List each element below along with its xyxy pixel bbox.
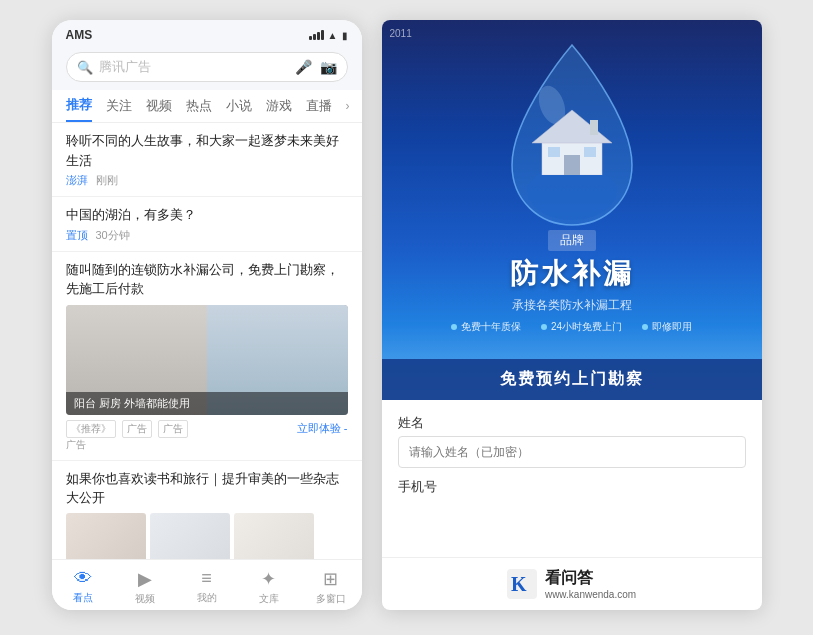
feed-thumbnail bbox=[150, 513, 230, 560]
nav-label: 视频 bbox=[135, 592, 155, 606]
tab-recommended[interactable]: 推荐 bbox=[66, 90, 92, 122]
feature-label: 即修即用 bbox=[652, 320, 692, 334]
svg-rect-4 bbox=[548, 147, 560, 157]
bottom-navigation[interactable]: 👁 看点 ▶ 视频 ≡ 我的 ✦ 文库 ⊞ 多窗口 bbox=[52, 559, 362, 610]
ad-footer: 《推荐》 广告 广告 立即体验 - bbox=[66, 420, 348, 438]
content-tabs[interactable]: 推荐 关注 视频 热点 小说 游戏 直播 › bbox=[52, 90, 362, 123]
nav-label: 我的 bbox=[197, 591, 217, 605]
menu-icon: ≡ bbox=[201, 568, 212, 589]
feed-source: 置顶 bbox=[66, 228, 88, 243]
status-bar: AMS ▲ ▮ bbox=[52, 20, 362, 46]
nav-item-multiwindow[interactable]: ⊞ 多窗口 bbox=[300, 568, 362, 606]
camera-scan-icon[interactable]: 📷 bbox=[320, 59, 337, 75]
ad-title-overlay: 品牌 防水补漏 承接各类防水补漏工程 bbox=[382, 230, 762, 314]
form-name-input[interactable] bbox=[398, 436, 746, 468]
ad-cta-link[interactable]: 立即体验 - bbox=[297, 421, 348, 436]
feed-time: 刚刚 bbox=[96, 173, 118, 188]
list-item[interactable]: 如果你也喜欢读书和旅行｜提升审美的一些杂志大公开 bbox=[52, 461, 362, 560]
house-graphic bbox=[522, 105, 622, 175]
nav-label: 多窗口 bbox=[316, 592, 346, 606]
ad-brand-name: 品牌 bbox=[548, 230, 596, 251]
ad-main-title: 防水补漏 bbox=[382, 255, 762, 293]
eye-icon: 👁 bbox=[74, 568, 92, 589]
tab-hot[interactable]: 热点 bbox=[186, 91, 212, 121]
feed-meta: 澎湃 刚刚 bbox=[66, 173, 348, 188]
watermark-url: www.kanwenda.com bbox=[545, 589, 636, 600]
search-icon: 🔍 bbox=[77, 60, 93, 75]
feed-thumbnail bbox=[234, 513, 314, 560]
feature-warranty: 免费十年质保 bbox=[451, 320, 521, 334]
ad-banner: 2011 bbox=[382, 20, 762, 400]
lead-form[interactable]: 姓名 手机号 bbox=[382, 400, 762, 557]
ad-subtitle: 承接各类防水补漏工程 bbox=[382, 297, 762, 314]
ad-label: 广告 bbox=[66, 438, 348, 452]
watermark: K 看问答 www.kanwenda.com bbox=[382, 557, 762, 610]
svg-text:K: K bbox=[511, 573, 527, 595]
signal-icon bbox=[309, 30, 324, 40]
ad-tags: 《推荐》 广告 广告 bbox=[66, 420, 188, 438]
feed-thumbnails bbox=[66, 513, 348, 560]
right-ad-panel: 2011 bbox=[382, 20, 762, 610]
nav-item-library[interactable]: ✦ 文库 bbox=[238, 568, 300, 606]
feed-article-title: 中国的湖泊，有多美？ bbox=[66, 205, 348, 225]
ad-banner-year: 2011 bbox=[390, 28, 412, 39]
kanwenda-logo: K bbox=[507, 569, 537, 599]
search-bar[interactable]: 🔍 腾讯广告 🎤 📷 bbox=[52, 46, 362, 90]
status-app-name: AMS bbox=[66, 28, 93, 42]
form-phone-label: 手机号 bbox=[398, 478, 746, 496]
main-container: AMS ▲ ▮ 🔍 腾讯广告 🎤 📷 bbox=[0, 0, 813, 635]
svg-rect-3 bbox=[564, 155, 580, 175]
feed-meta: 置顶 30分钟 bbox=[66, 228, 348, 243]
tab-live[interactable]: 直播 bbox=[306, 91, 332, 121]
ad-title: 随叫随到的连锁防水补漏公司，免费上门勘察，先施工后付款 bbox=[66, 260, 348, 299]
play-icon: ▶ bbox=[138, 568, 152, 590]
nav-label: 文库 bbox=[259, 592, 279, 606]
list-item[interactable]: 聆听不同的人生故事，和大家一起逐梦未来美好生活 澎湃 刚刚 bbox=[52, 123, 362, 197]
list-item[interactable]: 中国的湖泊，有多美？ 置顶 30分钟 bbox=[52, 197, 362, 252]
svg-rect-6 bbox=[590, 120, 598, 135]
tab-video[interactable]: 视频 bbox=[146, 91, 172, 121]
ad-brand-badge: 品牌 bbox=[382, 230, 762, 251]
feature-dot bbox=[642, 324, 648, 330]
feature-instant: 即修即用 bbox=[642, 320, 692, 334]
phone-mockup-left: AMS ▲ ▮ 🔍 腾讯广告 🎤 📷 bbox=[52, 20, 362, 610]
tab-novel[interactable]: 小说 bbox=[226, 91, 252, 121]
svg-rect-5 bbox=[584, 147, 596, 157]
voice-icon[interactable]: 🎤 bbox=[295, 59, 312, 75]
ad-tag: 广告 bbox=[158, 420, 188, 438]
ad-tag: 《推荐》 bbox=[66, 420, 116, 438]
grid-icon: ⊞ bbox=[323, 568, 338, 590]
feed-article-title: 如果你也喜欢读书和旅行｜提升审美的一些杂志大公开 bbox=[66, 469, 348, 508]
list-item-ad[interactable]: 随叫随到的连锁防水补漏公司，免费上门勘察，先施工后付款 阳台 厨房 外墙都能使用… bbox=[52, 252, 362, 461]
wifi-icon: ▲ bbox=[328, 30, 338, 41]
nav-label: 看点 bbox=[73, 591, 93, 605]
svg-marker-2 bbox=[532, 110, 612, 143]
search-input-wrap[interactable]: 🔍 腾讯广告 🎤 📷 bbox=[66, 52, 348, 82]
battery-icon: ▮ bbox=[342, 30, 348, 41]
feed-article-title: 聆听不同的人生故事，和大家一起逐梦未来美好生活 bbox=[66, 131, 348, 170]
nav-item-video[interactable]: ▶ 视频 bbox=[114, 568, 176, 606]
tab-follow[interactable]: 关注 bbox=[106, 91, 132, 121]
feed-content: 聆听不同的人生故事，和大家一起逐梦未来美好生活 澎湃 刚刚 中国的湖泊，有多美？… bbox=[52, 123, 362, 559]
ad-cta-text: 免费预约上门勘察 bbox=[500, 370, 644, 387]
ad-features: 免费十年质保 24小时免费上门 即修即用 bbox=[382, 320, 762, 334]
ad-image: 阳台 厨房 外墙都能使用 bbox=[66, 305, 348, 415]
watermark-text: 看问答 www.kanwenda.com bbox=[545, 568, 636, 600]
feature-dot bbox=[451, 324, 457, 330]
feature-dot bbox=[541, 324, 547, 330]
tab-more[interactable]: › bbox=[346, 93, 350, 119]
search-action-icons[interactable]: 🎤 📷 bbox=[295, 59, 337, 75]
ad-cta-bar[interactable]: 免费预约上门勘察 bbox=[382, 359, 762, 400]
feature-service: 24小时免费上门 bbox=[541, 320, 622, 334]
star-icon: ✦ bbox=[261, 568, 276, 590]
watermark-cn: 看问答 bbox=[545, 568, 636, 589]
tab-game[interactable]: 游戏 bbox=[266, 91, 292, 121]
ad-image-overlay: 阳台 厨房 外墙都能使用 bbox=[66, 392, 348, 415]
feed-time: 30分钟 bbox=[96, 228, 130, 243]
ad-tag: 广告 bbox=[122, 420, 152, 438]
nav-item-profile[interactable]: ≡ 我的 bbox=[176, 568, 238, 606]
feature-label: 免费十年质保 bbox=[461, 320, 521, 334]
feature-label: 24小时免费上门 bbox=[551, 320, 622, 334]
nav-item-kandian[interactable]: 👁 看点 bbox=[52, 568, 114, 606]
feed-thumbnail bbox=[66, 513, 146, 560]
